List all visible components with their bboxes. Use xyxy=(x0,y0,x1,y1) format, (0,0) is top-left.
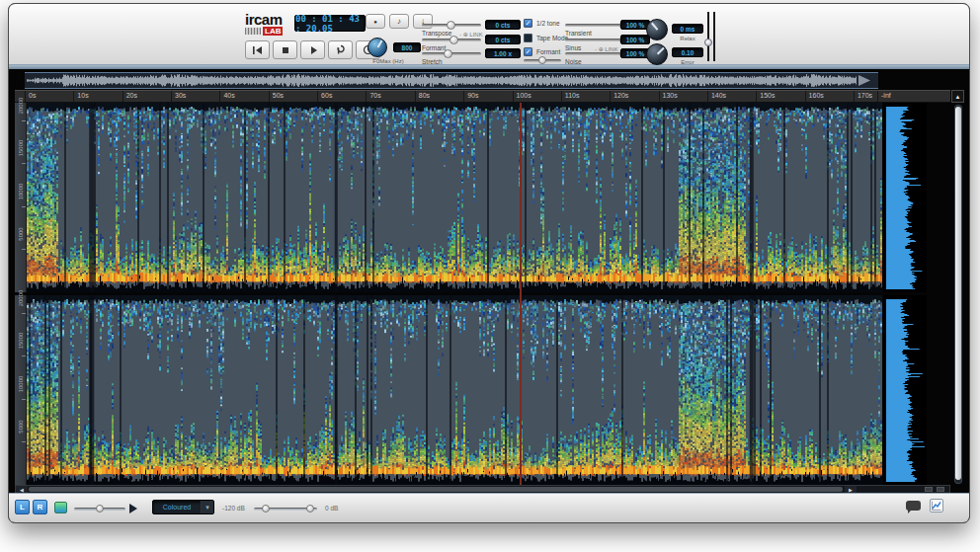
db-range-max-thumb[interactable] xyxy=(306,505,314,513)
formant-value: 0 cts xyxy=(485,35,521,44)
transpose-slider[interactable] xyxy=(422,24,481,27)
sinus-link-toggle[interactable]: - ⊕ LINK xyxy=(595,45,618,52)
chevron-down-icon[interactable]: ▾ xyxy=(201,501,213,513)
time-ruler-label[interactable]: 60s xyxy=(317,91,366,102)
frequency-tick xyxy=(22,206,26,207)
time-ruler-label[interactable]: 140s xyxy=(707,91,756,102)
record-button[interactable]: ● xyxy=(366,14,385,29)
zoom-slider[interactable] xyxy=(74,508,125,511)
time-ruler-label[interactable]: 110s xyxy=(561,91,610,102)
time-ruler[interactable]: 0s10s20s30s40s50s60s70s80s90s100s110s120… xyxy=(15,90,950,103)
channel-right-button[interactable]: R xyxy=(33,500,47,514)
stop-button[interactable] xyxy=(273,40,297,59)
scrollbar-mini-button-1[interactable] xyxy=(925,487,933,492)
time-ruler-label[interactable]: 50s xyxy=(269,91,317,102)
time-ruler-label[interactable]: 160s xyxy=(805,91,854,102)
time-ruler-label[interactable]: 130s xyxy=(659,91,707,102)
half-tone-checkbox[interactable]: ✓ xyxy=(524,19,532,28)
time-ruler-label[interactable]: 30s xyxy=(171,91,219,102)
frequency-tick xyxy=(22,120,26,121)
transpose-value: 0 cts xyxy=(485,20,521,30)
brand-name: ircam xyxy=(245,13,296,26)
scrollbar-mini-button-2[interactable] xyxy=(937,487,944,492)
relax-label: Relax xyxy=(672,36,703,41)
scroll-right-button[interactable]: ▶ xyxy=(845,486,857,493)
spectrogram-right-channel[interactable] xyxy=(27,295,882,485)
frequency-label: 15000 xyxy=(18,326,24,355)
noise-slider[interactable] xyxy=(565,52,626,55)
waveform-overview[interactable] xyxy=(25,72,878,89)
frequency-label: 5000 xyxy=(18,219,24,249)
formant-slider[interactable] xyxy=(422,39,481,41)
frequency-tick xyxy=(22,399,26,400)
time-ruler-label[interactable]: 80s xyxy=(415,91,463,102)
f0max-value: 800 xyxy=(393,42,421,52)
loop-icon xyxy=(336,44,346,55)
vertical-scrollbar-thumb[interactable] xyxy=(955,107,961,480)
time-ruler-label[interactable]: 90s xyxy=(463,91,512,102)
snapshot-button[interactable] xyxy=(930,499,943,513)
triangle-right-icon: ▶ xyxy=(849,487,853,493)
transport-controls xyxy=(245,40,380,59)
frequency-tick xyxy=(22,441,26,442)
error-value: 0.10 xyxy=(672,47,703,57)
time-ruler-label[interactable]: 120s xyxy=(610,91,658,102)
frequency-label: 20000 xyxy=(18,283,24,313)
time-ruler-label[interactable]: 0s xyxy=(25,91,73,102)
palette-dropdown[interactable]: Coloured ▾ xyxy=(152,500,214,514)
f0max-knob[interactable] xyxy=(368,38,387,57)
frequency-label: 20000 xyxy=(18,91,24,120)
transpose-label: Transpose xyxy=(422,30,451,37)
palette-icon[interactable] xyxy=(54,502,67,513)
spectrogram-left-channel[interactable] xyxy=(27,103,882,292)
horizontal-scrollbar-thumb[interactable] xyxy=(29,487,843,492)
frequency-label: 10000 xyxy=(18,369,24,399)
stretch-slider[interactable] xyxy=(422,52,481,55)
play-button[interactable] xyxy=(300,40,325,59)
formant-slider-thumb[interactable] xyxy=(449,36,458,44)
barcode-icon xyxy=(245,28,261,35)
rewind-button[interactable] xyxy=(245,40,270,59)
loop-button[interactable] xyxy=(328,40,353,59)
note-button[interactable]: ♪ xyxy=(389,14,409,29)
comment-bubble-button[interactable] xyxy=(906,501,921,511)
time-ruler-label[interactable]: 70s xyxy=(366,91,414,102)
frequency-ruler-right-channel: 2000015000100005000 xyxy=(15,295,27,485)
channel-left-button[interactable]: L xyxy=(15,500,30,514)
time-ruler-label[interactable]: 100s xyxy=(513,91,561,102)
playhead-cursor[interactable] xyxy=(520,103,522,485)
brand-sub: LAB xyxy=(263,27,283,36)
chart-icon xyxy=(932,501,941,511)
scroll-left-button[interactable]: ◀ xyxy=(16,486,28,493)
formant-checkbox[interactable]: ✓ xyxy=(524,47,532,56)
relax-knob[interactable] xyxy=(646,19,668,40)
master-fader-handle[interactable] xyxy=(704,39,712,46)
db-range-slider[interactable] xyxy=(254,508,317,511)
stretch-slider-thumb[interactable] xyxy=(444,49,452,58)
sinus-label: Sinus xyxy=(565,44,581,51)
time-ruler-label[interactable]: 150s xyxy=(756,91,804,102)
db-range-min-thumb[interactable] xyxy=(262,505,270,513)
vertical-scrollbar[interactable] xyxy=(954,105,962,484)
master-fader[interactable] xyxy=(707,12,716,61)
quality-slider[interactable] xyxy=(524,59,561,62)
zoom-slider-thumb[interactable] xyxy=(96,505,104,513)
error-knob[interactable] xyxy=(646,43,668,65)
time-ruler-label[interactable]: 40s xyxy=(219,91,268,102)
time-ruler-label[interactable]: 20s xyxy=(122,91,171,102)
overview-waveform-canvas[interactable] xyxy=(25,73,876,88)
transpose-link-toggle[interactable]: - ⊕ LINK xyxy=(459,31,483,38)
spectrum-db-label: -inf xyxy=(877,91,937,102)
tape-mode-checkbox[interactable] xyxy=(524,34,532,42)
sinus-slider[interactable] xyxy=(565,39,626,41)
db-max-label: 0 dB xyxy=(325,505,338,512)
play-direction-icon[interactable] xyxy=(129,504,137,513)
quality-slider-thumb[interactable] xyxy=(538,56,546,64)
time-ruler-label[interactable]: 10s xyxy=(73,91,122,102)
frequency-label: 10000 xyxy=(18,177,24,206)
transpose-slider-thumb[interactable] xyxy=(447,21,455,30)
scroll-up-button[interactable]: ▲ xyxy=(951,90,964,103)
transient-slider[interactable] xyxy=(565,24,626,27)
rewind-icon xyxy=(252,45,263,55)
frequency-tick xyxy=(22,249,26,250)
